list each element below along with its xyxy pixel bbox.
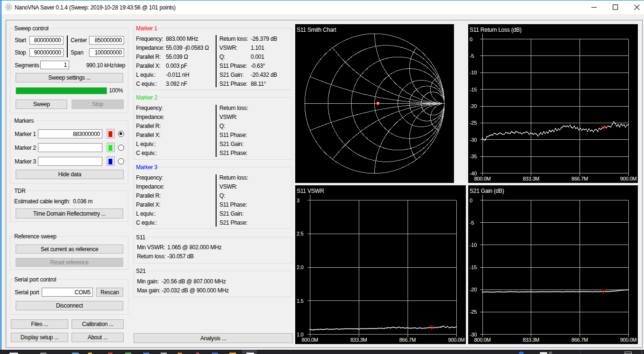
svg-text:-30: -30 xyxy=(470,332,477,337)
svg-text:-35: -35 xyxy=(470,154,477,159)
svg-text:2.5: 2.5 xyxy=(297,231,304,236)
svg-text:-20: -20 xyxy=(470,103,477,109)
svg-text:-10: -10 xyxy=(470,70,477,75)
svg-text:1.0: 1.0 xyxy=(297,332,304,337)
svg-text:833.3M: 833.3M xyxy=(351,337,367,343)
svg-text:-5: -5 xyxy=(470,220,474,226)
svg-text:-15: -15 xyxy=(470,87,477,92)
svg-text:-5: -5 xyxy=(470,53,474,59)
svg-text:900.0M: 900.0M xyxy=(448,337,465,343)
svg-text:900.0M: 900.0M xyxy=(620,337,637,343)
svg-text:S21 Gain (dB): S21 Gain (dB) xyxy=(470,188,504,194)
svg-text:3: 3 xyxy=(297,198,299,203)
svg-text:-30: -30 xyxy=(470,137,477,143)
svg-text:S11 Return Loss (dB): S11 Return Loss (dB) xyxy=(470,27,522,33)
svg-text:0: 0 xyxy=(470,198,472,203)
svg-text:800.0M: 800.0M xyxy=(474,176,491,182)
svg-text:866.7M: 866.7M xyxy=(571,176,588,182)
svg-text:-25: -25 xyxy=(470,120,477,126)
svg-text:0: 0 xyxy=(470,36,472,42)
svg-text:800.0M: 800.0M xyxy=(302,337,318,343)
svg-text:900.0M: 900.0M xyxy=(620,176,637,182)
svg-text:866.7M: 866.7M xyxy=(399,337,416,343)
svg-text:S11 VSWR: S11 VSWR xyxy=(297,188,324,194)
svg-text:-20: -20 xyxy=(470,287,477,292)
svg-text:S11 Smith Chart: S11 Smith Chart xyxy=(297,27,336,33)
svg-text:-25: -25 xyxy=(470,309,477,315)
svg-text:800.0M: 800.0M xyxy=(474,337,491,343)
svg-text:2.0: 2.0 xyxy=(297,264,304,270)
svg-text:833.3M: 833.3M xyxy=(523,176,539,182)
svg-text:833.3M: 833.3M xyxy=(523,337,539,343)
svg-text:1.5: 1.5 xyxy=(297,298,304,304)
svg-text:-15: -15 xyxy=(470,264,477,270)
svg-text:-40: -40 xyxy=(470,171,477,176)
svg-text:866.7M: 866.7M xyxy=(571,337,588,343)
svg-text:-10: -10 xyxy=(470,242,477,248)
